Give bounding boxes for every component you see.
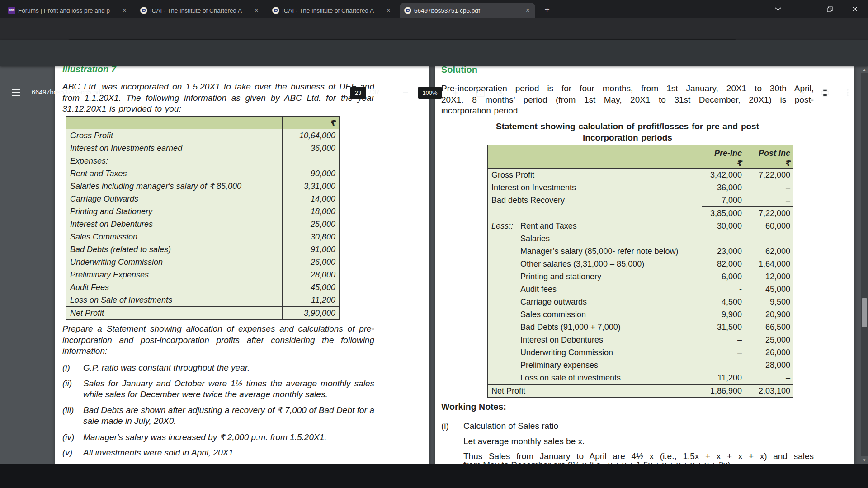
zoom-level-box[interactable]: 100% bbox=[418, 87, 442, 99]
table-row: Other salaries (3,31,000 – 85,000)82,000… bbox=[488, 258, 793, 270]
row-label: Loss on sale of investments bbox=[520, 373, 621, 382]
browser-tab[interactable]: 1FINForums | Profit and loss pre and p✕ bbox=[4, 3, 132, 18]
table-row: Printing and Stationery18,000 bbox=[66, 205, 340, 218]
prepare-statement-paragraph: Prepare a Statement showing allocation o… bbox=[62, 324, 374, 357]
browser-tab[interactable]: ICAI - The Institute of Chartered A✕ bbox=[268, 3, 396, 18]
table-cell: 6,000 bbox=[702, 270, 745, 283]
browser-tab-strip: 1FINForums | Profit and loss pre and p✕I… bbox=[0, 0, 868, 18]
table-cell: 25,000 bbox=[283, 218, 340, 230]
table-cell: Interest on Debentures bbox=[66, 218, 283, 230]
table-header-row: ₹ bbox=[66, 117, 340, 129]
text-line: Prepare a Statement showing allocation o… bbox=[62, 324, 374, 335]
condition-item: (i)G.P. ratio was constant throughout th… bbox=[62, 362, 374, 374]
rotate-icon[interactable] bbox=[495, 87, 506, 99]
pdf-scrollbar[interactable]: ▲ ▼ bbox=[861, 66, 868, 464]
table-cell: 25,000 bbox=[745, 333, 793, 346]
close-tab-icon[interactable]: ✕ bbox=[253, 7, 260, 14]
pdf-viewport[interactable]: Illustration 7 ABC Ltd. was incorporated… bbox=[0, 66, 868, 464]
row-label: Carriage outwards bbox=[520, 297, 587, 306]
table-cell: 11,200 bbox=[283, 294, 340, 307]
table-row: Net Profit3,90,000 bbox=[66, 307, 340, 320]
browser-tab[interactable]: 66497bos53751-cp5.pdf✕ bbox=[400, 3, 535, 18]
pdf-filename: 66497bos53751-cp5.pdf bbox=[32, 89, 102, 96]
table-row: Loss on Sale of Investments11,200 bbox=[66, 294, 340, 307]
browser-tab[interactable]: ICAI - The Institute of Chartered A✕ bbox=[136, 3, 264, 18]
row-label: Interest on Investments bbox=[491, 183, 576, 192]
pdf-more-kebab-icon[interactable] bbox=[842, 87, 854, 99]
scrollbar-thumb[interactable] bbox=[862, 298, 867, 327]
table-cell: 26,000 bbox=[283, 256, 340, 268]
table-row: Rent and Taxes90,000 bbox=[66, 167, 340, 180]
table-cell: Underwriting Commission bbox=[66, 256, 283, 268]
print-icon[interactable] bbox=[819, 87, 831, 99]
table-cell: Gross Profit bbox=[488, 169, 702, 182]
text-line: Manager's salary was increased by ₹ 2,00… bbox=[83, 432, 374, 443]
tab-search-chevron-icon[interactable] bbox=[768, 0, 788, 18]
table-cell: - bbox=[702, 283, 745, 296]
icai-favicon-icon bbox=[404, 7, 411, 14]
item-number: (iv) bbox=[62, 432, 74, 443]
table-row: Salaries including manager's salary of ₹… bbox=[66, 180, 340, 192]
table-cell: 9,900 bbox=[702, 308, 745, 321]
table-cell: 7,22,000 bbox=[745, 169, 793, 182]
table-cell bbox=[283, 155, 340, 167]
less-prefix: Less:: bbox=[491, 221, 513, 231]
download-icon[interactable] bbox=[797, 87, 808, 99]
table-row: Bad Debts (related to sales)91,000 bbox=[66, 243, 340, 256]
window-minimize-button[interactable] bbox=[794, 0, 815, 18]
pdf-page-right: Solution Pre-incorporation period is for… bbox=[435, 66, 854, 464]
table-cell: Loss on Sale of Investments bbox=[66, 294, 283, 307]
condition-item: (iv)Manager's salary was increased by ₹ … bbox=[62, 432, 374, 443]
browser-toolbar: resource.cdn.icai.org/66497bos53751-cp5.… bbox=[0, 18, 868, 40]
table-cell: 60,000 bbox=[745, 220, 793, 232]
text-line: incorporation and post-incorporation pro… bbox=[62, 335, 374, 346]
table-cell: Audit fees bbox=[488, 283, 702, 296]
item-number: (iii) bbox=[62, 405, 74, 416]
table-row: Preliminary Expenses28,000 bbox=[66, 268, 340, 281]
table-cell: Sales Commission bbox=[66, 230, 283, 243]
table-cell: Rent and Taxes bbox=[66, 167, 283, 180]
table-cell: 90,000 bbox=[283, 167, 340, 180]
scroll-down-arrow-icon[interactable]: ▼ bbox=[861, 456, 868, 464]
item-number: (ii) bbox=[62, 378, 72, 389]
currency-header: ₹ bbox=[283, 117, 340, 129]
pdf-page-input[interactable]: 23 bbox=[350, 87, 366, 99]
close-tab-icon[interactable]: ✕ bbox=[524, 7, 532, 14]
item-text: Bad Debts are shown after adjusting a re… bbox=[83, 405, 374, 427]
table-row: Less::Rent and Taxes30,00060,000 bbox=[488, 220, 793, 232]
icai-favicon-icon bbox=[140, 7, 147, 14]
text-line: while sales for December were twice the … bbox=[83, 389, 374, 400]
table-cell: 14,000 bbox=[283, 192, 340, 205]
fit-page-icon[interactable] bbox=[475, 87, 486, 99]
table-cell: 45,000 bbox=[283, 281, 340, 294]
zoom-in-icon[interactable] bbox=[449, 87, 461, 99]
table-row: Net Profit1,86,9002,03,100 bbox=[488, 385, 793, 398]
scroll-up-arrow-icon[interactable]: ▲ bbox=[861, 66, 868, 73]
table-cell bbox=[745, 232, 793, 245]
zoom-out-icon[interactable] bbox=[400, 87, 411, 99]
window-restore-button[interactable] bbox=[819, 0, 840, 18]
note-title: Calculation of Sales ratio bbox=[463, 421, 558, 431]
table-row: Printing and stationery6,00012,000 bbox=[488, 270, 793, 283]
close-tab-icon[interactable]: ✕ bbox=[121, 7, 128, 14]
item-number: (i) bbox=[62, 362, 70, 374]
note-line-clipped: from May to December are 9½ x (i.e., x +… bbox=[463, 460, 814, 464]
pre-inc-header: Pre-Inc ₹ bbox=[702, 145, 745, 169]
note-number: (i) bbox=[441, 421, 449, 431]
table-row: Gross Profit10,64,000 bbox=[66, 129, 340, 142]
table-row: Sales commission9,90020,900 bbox=[488, 308, 793, 321]
table-cell: – bbox=[702, 346, 745, 359]
table-cell: 4,500 bbox=[702, 296, 745, 308]
note-line-1: Let average monthly sales be x. bbox=[463, 436, 585, 446]
table-cell: 12,000 bbox=[745, 270, 793, 283]
pdf-menu-hamburger-icon[interactable] bbox=[10, 87, 22, 99]
window-close-button[interactable] bbox=[844, 0, 865, 18]
close-tab-icon[interactable]: ✕ bbox=[385, 7, 392, 14]
condition-item: (ii)Sales for January and October were 1… bbox=[62, 378, 374, 400]
condition-item: (v)All investments were sold in April, 2… bbox=[62, 447, 374, 459]
table-cell: 7,22,000 bbox=[745, 207, 793, 220]
new-tab-button[interactable]: + bbox=[541, 4, 553, 16]
statement-title: Statement showing calculation of profit/… bbox=[441, 121, 814, 143]
table-cell: Less::Rent and Taxes bbox=[488, 220, 702, 232]
table-cell: – bbox=[745, 371, 793, 385]
